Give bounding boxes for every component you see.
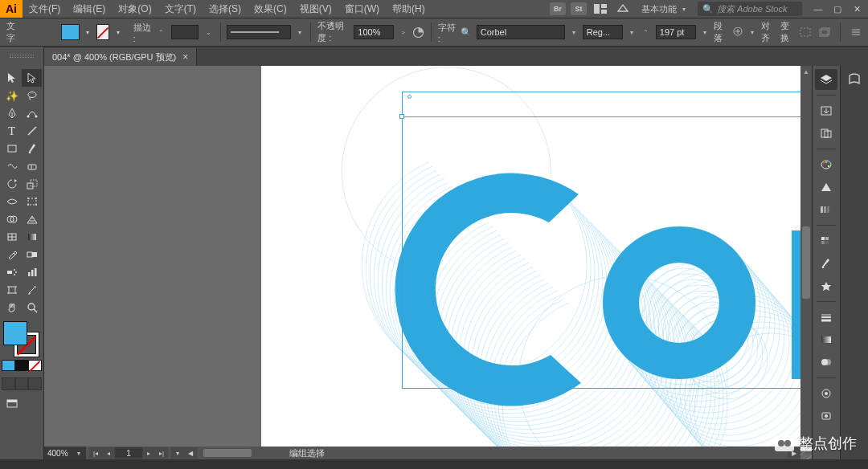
magic-wand-tool[interactable]: ✨	[2, 87, 22, 104]
fill-dropdown[interactable]: ▾	[84, 25, 92, 39]
paragraph-panel-icon[interactable]	[732, 26, 743, 39]
asset-export-icon[interactable]	[815, 100, 837, 121]
menu-view[interactable]: 视图(V)	[293, 0, 338, 18]
canvas-viewport[interactable]: ▲ ▼ 400%▾ |◂ ◂ 1 ▸ ▸| ▾ 编组选择 ◀ ▶	[44, 66, 812, 459]
zoom-level-field[interactable]: 400%▾	[44, 447, 86, 459]
first-artboard-button[interactable]: |◂	[89, 447, 102, 459]
vertical-scroll-thumb[interactable]	[802, 226, 810, 299]
menu-effect[interactable]: 效果(C)	[248, 0, 293, 18]
screen-mode-button[interactable]	[2, 395, 22, 413]
menu-object[interactable]: 对象(O)	[112, 0, 158, 18]
color-themes-icon[interactable]	[815, 199, 837, 220]
shaper-tool[interactable]	[2, 157, 22, 175]
color-mode-none[interactable]	[28, 360, 42, 371]
direct-selection-tool[interactable]	[22, 69, 42, 87]
fill-swatch[interactable]	[61, 24, 79, 40]
blend-tool[interactable]	[22, 246, 42, 263]
vertical-scrollbar[interactable]: ▲ ▼	[800, 66, 812, 447]
menu-help[interactable]: 帮助(H)	[386, 0, 432, 18]
artboards-panel-icon[interactable]	[815, 123, 837, 144]
style-dropdown-icon[interactable]: ▾	[628, 29, 636, 36]
transform-button[interactable]: 变换	[780, 20, 792, 44]
size-dec-icon[interactable]: ⌃	[641, 29, 651, 36]
tab-close-icon[interactable]: ×	[182, 51, 188, 63]
brushes-panel-icon[interactable]	[815, 253, 837, 274]
panel-menu-icon[interactable]	[850, 26, 862, 39]
zoom-tool[interactable]	[22, 299, 42, 316]
eraser-tool[interactable]	[22, 157, 42, 175]
paintbrush-tool[interactable]	[22, 140, 42, 157]
toolbox-grip[interactable]	[0, 47, 44, 66]
menu-select[interactable]: 选择(S)	[203, 0, 248, 18]
font-family-field[interactable]: Corbel	[477, 25, 565, 39]
hand-tool[interactable]	[2, 299, 22, 316]
perspective-grid-tool[interactable]	[22, 210, 42, 228]
stroke-dropdown[interactable]: ▾	[114, 25, 121, 39]
selection-anchor[interactable]	[407, 95, 411, 99]
font-size-field[interactable]: 197 pt	[656, 25, 696, 39]
rotate-tool[interactable]	[2, 175, 22, 193]
maximize-button[interactable]: ▢	[831, 2, 844, 15]
last-artboard-button[interactable]: ▸|	[155, 447, 168, 459]
pen-tool[interactable]	[2, 104, 22, 122]
isolate-icon[interactable]	[800, 26, 811, 39]
color-panel-icon[interactable]	[815, 154, 837, 175]
fill-color-indicator[interactable]	[3, 321, 27, 345]
opacity-field[interactable]: 100%	[354, 25, 394, 39]
slice-tool[interactable]	[22, 281, 42, 299]
libraries-icon[interactable]	[843, 69, 866, 90]
appearance-panel-icon[interactable]	[815, 383, 837, 404]
free-transform-tool[interactable]	[22, 193, 42, 210]
font-dropdown-icon[interactable]: ▾	[570, 29, 578, 36]
horizontal-scroll-thumb[interactable]	[203, 449, 252, 457]
prev-artboard-button[interactable]: ◂	[102, 447, 115, 459]
brush-dropdown-icon[interactable]: ▾	[296, 29, 304, 36]
gpu-icon[interactable]	[614, 0, 632, 18]
color-guide-icon[interactable]	[815, 177, 837, 198]
mesh-tool[interactable]	[2, 228, 22, 246]
stock-icon[interactable]: St	[571, 2, 587, 15]
workspace-switcher[interactable]: 基本功能 ▾	[637, 3, 693, 15]
color-mode-solid[interactable]	[2, 360, 15, 371]
curvature-tool[interactable]	[22, 104, 42, 122]
menu-type[interactable]: 文字(T)	[158, 0, 203, 18]
next-artboard-button[interactable]: ▸	[142, 447, 155, 459]
gradient-panel-icon[interactable]	[815, 329, 837, 350]
menu-file[interactable]: 文件(F)	[23, 0, 67, 18]
shape-builder-tool[interactable]	[2, 210, 22, 228]
graph-tool[interactable]	[22, 263, 42, 281]
align-button[interactable]: 对齐	[761, 20, 772, 44]
symbols-panel-icon[interactable]	[815, 275, 837, 296]
layers-panel-icon[interactable]	[815, 69, 837, 90]
minimize-button[interactable]: —	[812, 2, 825, 15]
artboard-number-field[interactable]: 1	[115, 447, 142, 459]
transparency-panel-icon[interactable]	[815, 352, 837, 373]
eyedropper-tool[interactable]	[2, 246, 22, 263]
draw-normal[interactable]	[2, 377, 15, 390]
type-tool[interactable]: T	[2, 122, 22, 140]
paragraph-label[interactable]: 段落	[714, 20, 727, 44]
scroll-left-icon[interactable]: ◀	[184, 447, 197, 459]
size-dropdown-icon[interactable]: ▾	[701, 29, 709, 36]
stroke-dec-icon[interactable]: ⌃	[156, 29, 166, 36]
font-style-field[interactable]: Reg...	[583, 25, 623, 39]
document-tab[interactable]: 004* @ 400% (RGB/GPU 预览) ×	[44, 48, 197, 66]
bridge-icon[interactable]: Br	[550, 2, 566, 15]
selection-tool[interactable]	[2, 69, 22, 87]
line-tool[interactable]	[22, 122, 42, 140]
graphic-styles-icon[interactable]	[815, 406, 837, 426]
gradient-tool[interactable]	[22, 228, 42, 246]
fill-stroke-indicator[interactable]	[3, 321, 39, 357]
scroll-up-icon[interactable]: ▲	[800, 66, 812, 77]
draw-inside[interactable]	[28, 377, 42, 390]
stroke-inc-icon[interactable]: ⌄	[203, 29, 214, 36]
selection-handle-nw[interactable]	[399, 114, 404, 119]
symbol-sprayer-tool[interactable]	[2, 263, 22, 281]
stroke-weight-field[interactable]	[171, 25, 199, 39]
menu-window[interactable]: 窗口(W)	[338, 0, 386, 18]
stroke-swatch-none[interactable]	[96, 24, 109, 40]
color-mode-gradient[interactable]	[15, 360, 29, 371]
menu-edit[interactable]: 编辑(E)	[67, 0, 112, 18]
rectangle-tool[interactable]	[2, 140, 22, 157]
scale-tool[interactable]	[22, 175, 42, 193]
